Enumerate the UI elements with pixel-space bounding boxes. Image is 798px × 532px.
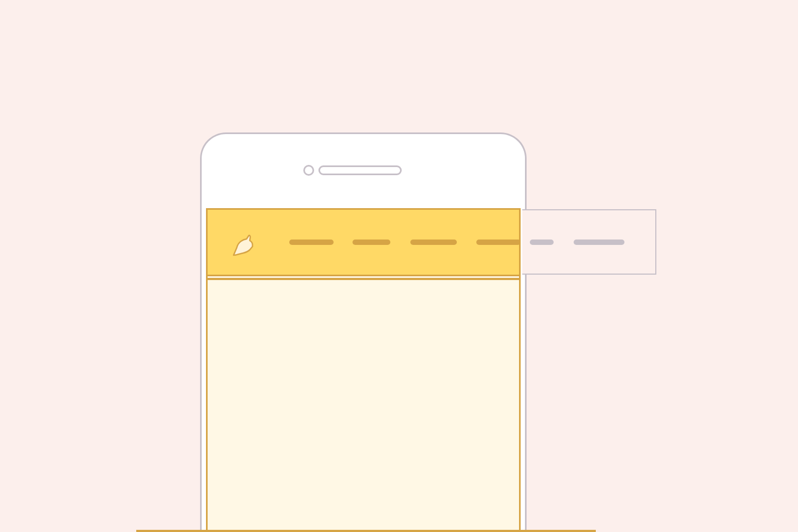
nav-item-placeholder[interactable] [353, 240, 390, 245]
dog-head-icon [226, 253, 260, 262]
nav-item-placeholder[interactable] [476, 240, 521, 245]
phone-camera-icon [303, 165, 314, 176]
header-divider [206, 278, 521, 280]
nav-item-placeholder[interactable] [410, 240, 457, 245]
phone-speaker-icon [318, 165, 402, 175]
bottom-accent-bar [136, 530, 596, 532]
nav-overflow-item-placeholder[interactable] [530, 240, 554, 245]
nav-overflow-item-placeholder[interactable] [574, 240, 624, 245]
nav-item-placeholder[interactable] [289, 240, 334, 245]
app-logo[interactable] [226, 227, 260, 261]
